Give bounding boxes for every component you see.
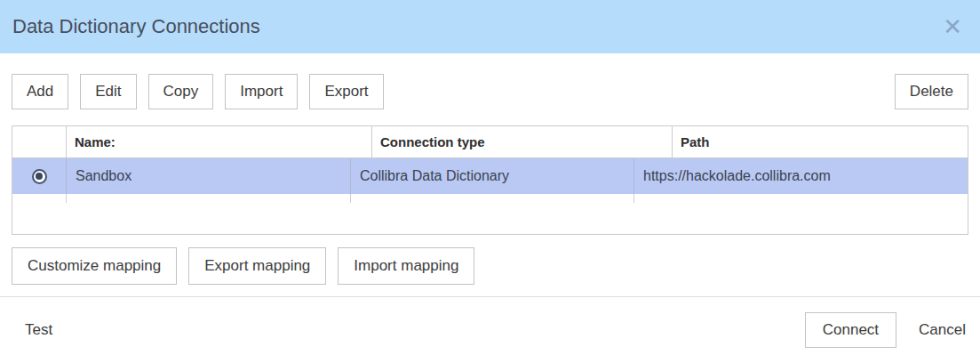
row-name-cell: Sandbox [67,158,351,194]
row-select-cell [12,158,67,194]
export-button[interactable]: Export [309,74,383,109]
connection-toolbar: Add Edit Copy Import Export Delete [12,74,968,109]
empty-table-area [12,194,968,234]
data-dictionary-connections-dialog: Data Dictionary Connections ✕ Add Edit C… [0,0,980,363]
cancel-button[interactable]: Cancel [919,321,966,339]
dialog-titlebar: Data Dictionary Connections ✕ [0,0,980,53]
close-icon[interactable]: ✕ [939,13,966,40]
column-header-connection-type: Connection type [372,126,673,157]
row-path-cell: https://hackolade.collibra.com [634,158,968,194]
column-header-name: Name: [67,126,372,157]
column-divider [633,194,634,203]
import-button[interactable]: Import [225,74,298,109]
column-header-select [12,126,67,157]
export-mapping-button[interactable]: Export mapping [188,247,326,285]
column-header-path: Path [673,126,968,157]
table-body: Sandbox Collibra Data Dictionary https:/… [12,158,968,235]
radio-dot [36,173,43,180]
test-button[interactable]: Test [25,321,52,339]
connections-table: Name: Connection type Path Sandbox Colli… [12,125,968,235]
copy-button[interactable]: Copy [148,74,214,109]
dialog-footer: Test Connect Cancel [0,297,980,363]
radio-button-selected[interactable] [32,169,47,184]
add-button[interactable]: Add [12,74,68,109]
delete-button[interactable]: Delete [895,74,968,109]
column-divider [66,194,67,203]
mapping-toolbar: Customize mapping Export mapping Import … [12,247,968,285]
import-mapping-button[interactable]: Import mapping [338,247,474,285]
column-divider [350,194,351,203]
edit-button[interactable]: Edit [80,74,136,109]
table-header-row: Name: Connection type Path [12,125,968,158]
dialog-title: Data Dictionary Connections [12,15,260,38]
row-connection-type-cell: Collibra Data Dictionary [351,158,634,194]
customize-mapping-button[interactable]: Customize mapping [12,247,177,285]
connect-button[interactable]: Connect [805,312,896,348]
table-row[interactable]: Sandbox Collibra Data Dictionary https:/… [12,158,968,194]
